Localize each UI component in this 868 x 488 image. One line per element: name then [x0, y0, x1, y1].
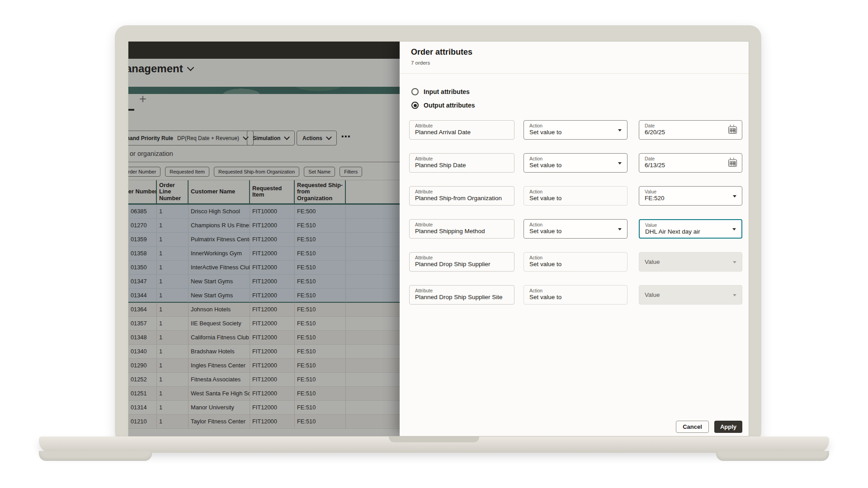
cell-item: FIT12000 — [250, 303, 295, 317]
cell-line: 1 — [157, 317, 189, 331]
cell-item: FIT12000 — [250, 331, 295, 345]
priority-rule-value: DP(Req Date + Revenue) — [177, 135, 239, 141]
field-label: Attribute — [415, 123, 509, 128]
field-value: DHL Air Next day air — [645, 228, 736, 236]
radio-label: Input attributes — [424, 88, 470, 95]
panel-divider — [400, 73, 749, 74]
field-label: Action — [529, 222, 622, 227]
field-label: Attribute — [415, 288, 509, 293]
cell-line: 1 — [157, 233, 189, 247]
cell-org: FE:510 — [295, 401, 346, 415]
value-field-planned-arrival-date[interactable]: Date6/20/25 — [639, 120, 742, 140]
field-label: Date — [645, 156, 736, 161]
cell-line: 1 — [157, 261, 189, 275]
attribute-field-planned-shipping-method[interactable]: AttributePlanned Shipping Method — [409, 219, 514, 239]
column-header-label: Requested Ship-from Organization — [297, 182, 343, 202]
cell-order: 01210 — [128, 415, 157, 429]
calendar-icon[interactable] — [728, 160, 737, 167]
value-field-planned-ship-date[interactable]: Date6/13/25 — [639, 153, 742, 173]
cell-org: FE:510 — [295, 233, 346, 247]
apply-button[interactable]: Apply — [714, 421, 742, 433]
add-tab-button[interactable]: + — [139, 92, 146, 106]
attribute-field-planned-ship-from-organization[interactable]: AttributePlanned Ship-from Organization — [409, 186, 514, 206]
action-field-planned-ship-date[interactable]: ActionSet value to — [524, 153, 627, 173]
action-field-planned-shipping-method[interactable]: ActionSet value to — [524, 219, 627, 239]
attribute-field-planned-drop-ship-supplier-site[interactable]: AttributePlanned Drop Ship Supplier Site — [409, 285, 514, 305]
column-header-requested-item[interactable]: Requested Item — [250, 180, 295, 203]
field-value: Set value to — [529, 261, 622, 268]
radio-unselected-icon — [411, 88, 419, 95]
radio-input-attributes[interactable]: Input attributes — [400, 85, 749, 99]
action-field-planned-arrival-date[interactable]: ActionSet value to — [524, 120, 627, 140]
field-value: 6/20/25 — [645, 129, 736, 136]
cell-item: FIT12000 — [250, 401, 295, 415]
field-value: Planned Drop Ship Supplier — [415, 261, 509, 268]
cell-item: FIT12000 — [250, 359, 295, 373]
cell-line: 1 — [157, 401, 189, 415]
field-value: Set value to — [529, 228, 622, 235]
cell-customer: Drisco High School — [189, 205, 250, 219]
column-header-requested-ship-from-organization[interactable]: Requested Ship-from Organization — [295, 180, 346, 203]
chevron-down-icon — [187, 64, 194, 71]
field-value: FE:520 — [645, 195, 736, 202]
cell-customer: New Start Gyms — [189, 275, 250, 289]
value-field-planned-drop-ship-supplier: Value — [639, 252, 742, 272]
cell-line: 1 — [157, 303, 189, 317]
cell-item: FIT12000 — [250, 345, 295, 359]
cell-order: 01348 — [128, 331, 157, 345]
cell-customer: InnerWorkings Gym — [189, 247, 250, 261]
workarea-title[interactable]: Management — [128, 62, 193, 75]
filter-chip-set-name[interactable]: Set Name — [304, 167, 335, 177]
field-label: Value — [645, 258, 660, 266]
value-field-planned-shipping-method[interactable]: ValueDHL Air Next day air — [639, 219, 742, 239]
filter-chip-requested-ship-from-organization[interactable]: Requested Ship-from Organization — [214, 167, 299, 177]
cell-org: FE:510 — [295, 415, 346, 429]
action-field-planned-drop-ship-supplier-site: ActionSet value to — [524, 285, 627, 305]
actions-dropdown[interactable]: Actions — [297, 131, 337, 145]
priority-rule-label: Demand Priority Rule — [128, 135, 173, 141]
simulation-dropdown[interactable]: Simulation — [247, 131, 295, 145]
cell-order: 01358 — [128, 247, 157, 261]
cell-item: FIT12000 — [250, 261, 295, 275]
calendar-icon[interactable] — [728, 127, 737, 134]
attribute-field-planned-arrival-date[interactable]: AttributePlanned Arrival Date — [409, 120, 514, 140]
attribute-field-planned-ship-date[interactable]: AttributePlanned Ship Date — [409, 153, 514, 173]
cell-customer: Manor University — [189, 401, 250, 415]
overflow-menu-button[interactable]: ⋯ — [341, 131, 351, 142]
filter-chip-filters[interactable]: Filters — [340, 167, 362, 177]
cell-line: 1 — [157, 373, 189, 387]
field-label: Action — [529, 156, 622, 161]
column-header-order-number[interactable]: Order Number — [128, 180, 157, 203]
cell-item: FIT12000 — [250, 415, 295, 429]
cell-line: 1 — [157, 359, 189, 373]
value-field-planned-ship-from-organization[interactable]: ValueFE:520 — [639, 186, 742, 206]
field-label: Action — [529, 255, 622, 260]
cell-order: 01347 — [128, 275, 157, 289]
attribute-row-2: AttributePlanned Ship DateActionSet valu… — [400, 153, 749, 173]
cell-order: 01359 — [128, 233, 157, 247]
cancel-button[interactable]: Cancel — [676, 421, 709, 433]
attribute-row-1: AttributePlanned Arrival DateActionSet v… — [400, 120, 749, 140]
column-header-label: Customer Name — [191, 188, 235, 195]
radio-output-attributes[interactable]: Output attributes — [400, 99, 749, 112]
cell-line: 1 — [157, 247, 189, 261]
demand-priority-rule-dropdown[interactable]: Demand Priority Rule DP(Req Date + Reven… — [128, 131, 254, 145]
filter-chip-requested-item[interactable]: Requested Item — [165, 167, 209, 177]
cell-org: FE:510 — [295, 317, 346, 331]
column-header-customer-name[interactable]: Customer Name — [189, 180, 250, 203]
field-label: Attribute — [415, 255, 509, 260]
filter-chip-order-number[interactable]: Order Number — [128, 167, 160, 177]
cell-org: FE:510 — [295, 387, 346, 401]
field-value: Set value to — [529, 162, 622, 169]
attribute-field-planned-drop-ship-supplier[interactable]: AttributePlanned Drop Ship Supplier — [409, 252, 514, 272]
cell-line: 1 — [157, 331, 189, 345]
cell-item: FIT12000 — [250, 233, 295, 247]
field-value: Planned Ship Date — [415, 162, 509, 169]
column-header-order-line-number[interactable]: Order Line Number — [157, 180, 189, 203]
cell-org: FE:510 — [295, 289, 346, 303]
attribute-row-3: AttributePlanned Ship-from OrganizationA… — [400, 186, 749, 206]
cell-org: FE:510 — [295, 359, 346, 373]
cell-item: FIT12000 — [250, 373, 295, 387]
cell-customer: Bradshaw Hotels — [189, 345, 250, 359]
chevron-down-icon — [326, 134, 332, 140]
